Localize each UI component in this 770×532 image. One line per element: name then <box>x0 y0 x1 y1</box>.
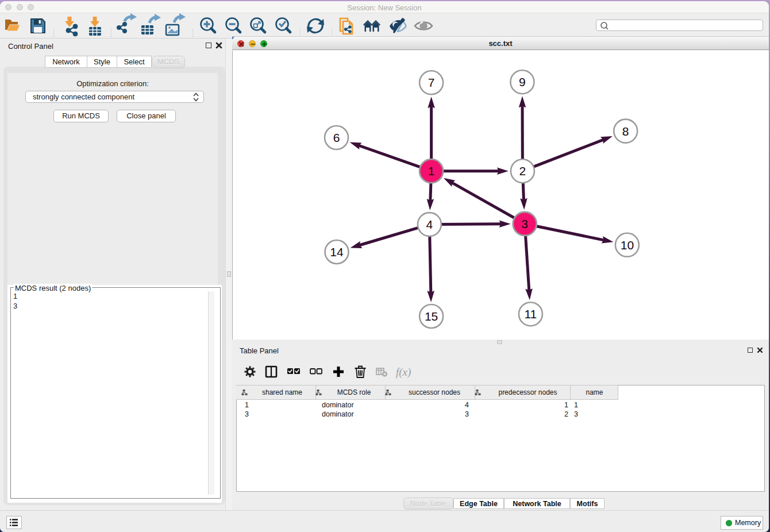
svg-text:6: 6 <box>333 131 340 144</box>
svg-text:9: 9 <box>519 75 526 88</box>
svg-text:11: 11 <box>524 307 537 321</box>
svg-text:15: 15 <box>425 310 438 323</box>
svg-text:1: 1 <box>428 164 435 178</box>
svg-text:2: 2 <box>519 164 526 178</box>
svg-text:f(x): f(x) <box>396 366 411 379</box>
svg-text:3: 3 <box>521 217 528 230</box>
svg-text:7: 7 <box>428 76 435 89</box>
svg-text:10: 10 <box>621 238 634 252</box>
svg-text:4: 4 <box>426 218 433 231</box>
svg-text:8: 8 <box>622 125 629 138</box>
svg-text:14: 14 <box>330 245 344 259</box>
